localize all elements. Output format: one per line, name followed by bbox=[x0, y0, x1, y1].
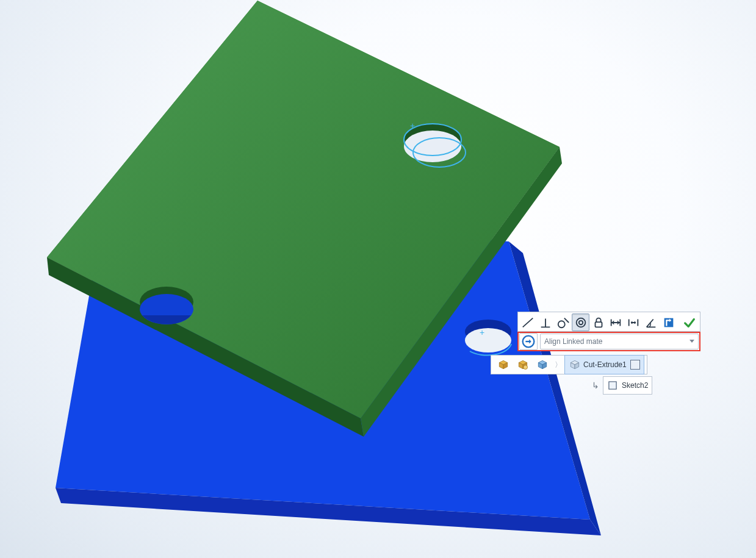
svg-rect-23 bbox=[609, 382, 616, 389]
assembly-icon bbox=[497, 359, 509, 371]
angle-mate-button[interactable] bbox=[643, 313, 660, 331]
chevron-right-icon: 〉 bbox=[555, 360, 562, 370]
width-icon bbox=[627, 316, 640, 329]
subassembly-icon bbox=[517, 359, 529, 371]
svg-point-14 bbox=[558, 321, 565, 327]
concentric-icon bbox=[574, 316, 588, 329]
tangent-mate-button[interactable] bbox=[555, 313, 572, 331]
svg-point-9 bbox=[404, 131, 461, 162]
svg-point-3 bbox=[465, 328, 511, 352]
anti-align-icon bbox=[662, 316, 675, 329]
lock-mate-button[interactable] bbox=[589, 313, 607, 331]
svg-point-17 bbox=[579, 320, 583, 324]
anti-aligned-button[interactable] bbox=[660, 313, 677, 331]
breadcrumb-child-label: Sketch2 bbox=[622, 381, 648, 390]
lock-icon bbox=[592, 316, 605, 329]
coincident-icon bbox=[521, 316, 535, 329]
breadcrumb-subassembly[interactable] bbox=[513, 356, 533, 374]
checkmark-icon bbox=[683, 316, 696, 329]
linked-mate-dropdown[interactable]: Align Linked mate bbox=[540, 334, 699, 349]
svg-point-21 bbox=[524, 365, 528, 370]
perpendicular-icon bbox=[539, 316, 552, 329]
chevron-down-icon bbox=[689, 340, 694, 343]
scene bbox=[0, 0, 756, 558]
breadcrumb-feature[interactable]: Cut-Extrude1 bbox=[564, 355, 644, 374]
mate-context-toolbar bbox=[517, 312, 700, 332]
svg-line-13 bbox=[523, 318, 533, 327]
concentric-mate-button[interactable] bbox=[572, 313, 589, 331]
feature-end-marker bbox=[630, 360, 640, 370]
dropdown-placeholder: Align Linked mate bbox=[544, 337, 602, 346]
svg-line-15 bbox=[564, 318, 569, 322]
breadcrumb-part[interactable] bbox=[533, 356, 552, 374]
breadcrumb-child-row: ↳ Sketch2 bbox=[592, 377, 652, 394]
sketch-icon bbox=[607, 380, 618, 391]
confirm-mate-button[interactable] bbox=[680, 313, 699, 331]
breadcrumb-child-sketch[interactable]: Sketch2 bbox=[603, 376, 652, 395]
part-icon bbox=[536, 359, 549, 371]
feature-icon bbox=[569, 359, 581, 371]
breadcrumb-feature-label: Cut-Extrude1 bbox=[583, 360, 627, 369]
tangent-icon bbox=[556, 316, 570, 329]
breadcrumb-assembly[interactable] bbox=[494, 356, 513, 374]
alignment-toggle-button[interactable] bbox=[519, 333, 538, 350]
svg-rect-18 bbox=[595, 322, 602, 327]
distance-icon bbox=[609, 316, 622, 329]
alignment-icon bbox=[520, 333, 537, 350]
mate-alignment-row: Align Linked mate bbox=[517, 332, 700, 351]
child-arrow-icon: ↳ bbox=[592, 381, 599, 390]
svg-point-16 bbox=[576, 318, 585, 327]
perpendicular-mate-button[interactable] bbox=[537, 313, 555, 331]
angle-icon bbox=[644, 316, 658, 329]
selection-breadcrumb: 〉 Cut-Extrude1 bbox=[491, 355, 647, 374]
graphics-viewport[interactable]: + + bbox=[0, 0, 756, 558]
svg-rect-19 bbox=[664, 318, 673, 327]
distance-mate-button[interactable] bbox=[607, 313, 625, 331]
width-mate-button[interactable] bbox=[625, 313, 643, 331]
coincident-mate-button[interactable] bbox=[519, 313, 537, 331]
